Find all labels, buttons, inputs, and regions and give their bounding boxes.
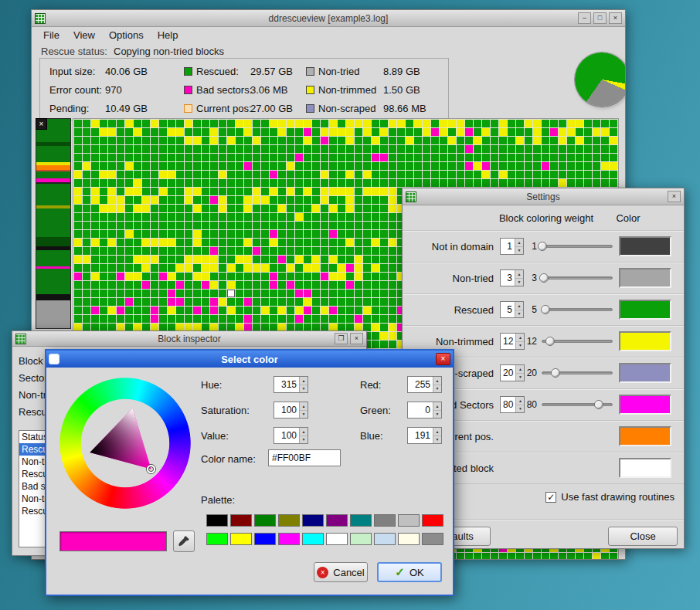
block-cell[interactable]	[304, 154, 311, 161]
block-cell[interactable]	[151, 188, 158, 195]
block-cell[interactable]	[74, 273, 82, 280]
block-cell[interactable]	[380, 188, 388, 195]
block-cell[interactable]	[227, 213, 235, 221]
block-cell[interactable]	[261, 162, 269, 170]
block-cell[interactable]	[567, 553, 575, 560]
block-cell[interactable]	[253, 307, 260, 314]
block-cell[interactable]	[610, 553, 617, 560]
block-cell[interactable]	[278, 162, 286, 170]
block-cell[interactable]	[550, 145, 558, 153]
block-cell[interactable]	[185, 205, 192, 212]
block-cell[interactable]	[499, 162, 507, 170]
block-cell[interactable]	[244, 145, 252, 153]
block-cell[interactable]	[74, 196, 82, 204]
block-cell[interactable]	[159, 154, 167, 161]
block-cell[interactable]	[312, 120, 320, 127]
block-cell[interactable]	[346, 281, 354, 289]
block-cell[interactable]	[142, 273, 150, 280]
block-cell[interactable]	[295, 128, 303, 136]
block-cell[interactable]	[380, 196, 388, 204]
block-cell[interactable]	[304, 315, 311, 323]
block-cell[interactable]	[151, 307, 158, 314]
block-cell[interactable]	[389, 145, 396, 153]
block-cell[interactable]	[210, 222, 218, 229]
block-cell[interactable]	[576, 120, 583, 127]
color-swatch[interactable]	[619, 395, 671, 415]
block-cell[interactable]	[142, 315, 150, 323]
block-cell[interactable]	[321, 307, 328, 314]
block-cell[interactable]	[482, 179, 490, 187]
block-cell[interactable]	[559, 137, 566, 144]
block-cell[interactable]	[210, 239, 218, 246]
block-cell[interactable]	[210, 137, 218, 144]
block-cell[interactable]	[355, 205, 362, 212]
block-cell[interactable]	[321, 273, 328, 280]
block-cell[interactable]	[185, 298, 192, 306]
block-cell[interactable]	[431, 171, 439, 178]
block-cell[interactable]	[380, 205, 388, 212]
block-cell[interactable]	[389, 307, 396, 314]
block-cell[interactable]	[125, 213, 133, 221]
block-cell[interactable]	[270, 290, 277, 297]
block-cell[interactable]	[355, 281, 362, 289]
block-cell[interactable]	[304, 290, 311, 297]
weight-slider[interactable]	[542, 358, 613, 388]
block-cell[interactable]	[465, 128, 473, 136]
block-cell[interactable]	[397, 171, 405, 178]
block-cell[interactable]	[108, 196, 116, 204]
block-cell[interactable]	[499, 137, 507, 144]
block-cell[interactable]	[321, 205, 328, 212]
spin-down-icon[interactable]: ▼	[433, 436, 441, 444]
block-cell[interactable]	[338, 307, 345, 314]
block-cell[interactable]	[287, 120, 294, 127]
block-cell[interactable]	[151, 128, 158, 136]
block-cell[interactable]	[321, 188, 328, 195]
block-cell[interactable]	[168, 196, 175, 204]
block-cell[interactable]	[431, 145, 439, 153]
block-cell[interactable]	[176, 315, 184, 323]
block-cell[interactable]	[151, 205, 158, 212]
block-cell[interactable]	[236, 281, 243, 289]
block-cell[interactable]	[389, 264, 396, 272]
block-cell[interactable]	[270, 162, 277, 170]
block-cell[interactable]	[346, 222, 354, 229]
spin-up-icon[interactable]: ▲	[433, 428, 441, 436]
block-cell[interactable]	[380, 154, 388, 161]
block-cell[interactable]	[159, 239, 167, 246]
block-cell[interactable]	[372, 145, 379, 153]
block-cell[interactable]	[406, 171, 413, 178]
block-cell[interactable]	[134, 222, 141, 229]
block-cell[interactable]	[576, 553, 583, 560]
palette-swatch[interactable]	[302, 514, 324, 527]
block-cell[interactable]	[185, 256, 192, 263]
block-cell[interactable]	[304, 171, 311, 178]
block-cell[interactable]	[125, 196, 133, 204]
block-cell[interactable]	[321, 137, 328, 144]
block-cell[interactable]	[210, 171, 218, 178]
block-cell[interactable]	[108, 247, 116, 255]
block-cell[interactable]	[134, 213, 141, 221]
block-cell[interactable]	[202, 264, 209, 272]
block-cell[interactable]	[168, 162, 175, 170]
block-cell[interactable]	[142, 290, 150, 297]
block-cell[interactable]	[74, 264, 82, 272]
block-cell[interactable]	[83, 171, 90, 178]
block-cell[interactable]	[508, 179, 515, 187]
block-cell[interactable]	[593, 137, 600, 144]
block-cell[interactable]	[227, 196, 235, 204]
block-cell[interactable]	[185, 120, 192, 127]
block-cell[interactable]	[576, 154, 583, 161]
block-cell[interactable]	[270, 179, 277, 187]
block-cell[interactable]	[134, 264, 141, 272]
block-cell[interactable]	[100, 188, 107, 195]
color-name-input[interactable]: #FF00BF	[268, 449, 341, 466]
block-cell[interactable]	[550, 137, 558, 144]
block-cell[interactable]	[244, 196, 252, 204]
block-cell[interactable]	[304, 222, 311, 229]
block-cell[interactable]	[329, 128, 337, 136]
block-cell[interactable]	[142, 179, 150, 187]
block-cell[interactable]	[91, 205, 99, 212]
block-cell[interactable]	[474, 120, 481, 127]
block-cell[interactable]	[491, 154, 498, 161]
block-cell[interactable]	[287, 162, 294, 170]
